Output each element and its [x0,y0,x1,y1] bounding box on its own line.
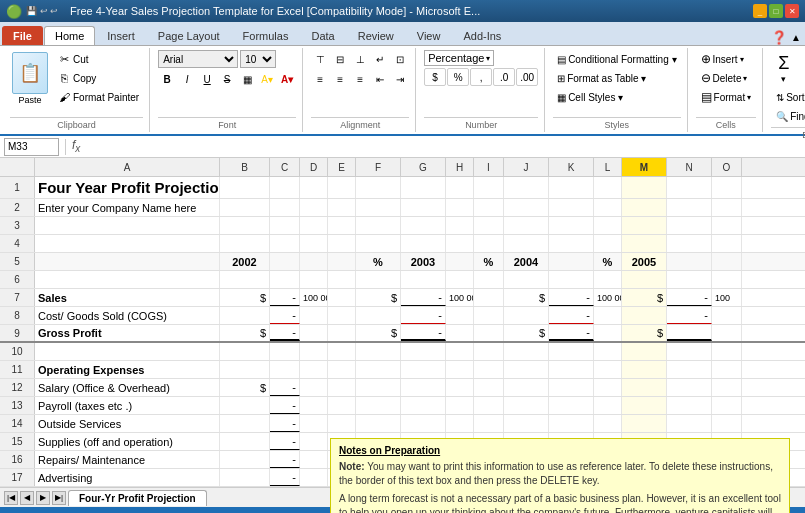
cell-A4[interactable] [35,235,220,252]
cell-B9[interactable]: $ [220,325,270,341]
tab-view[interactable]: View [406,26,452,45]
cell-H1[interactable] [446,177,474,198]
cell-N2[interactable] [667,199,712,216]
maximize-button[interactable]: □ [769,4,783,18]
paste-button[interactable]: 📋 Paste [10,50,50,107]
cell-F3[interactable] [356,217,401,234]
cell-B1[interactable] [220,177,270,198]
cell-N6[interactable] [667,271,712,288]
cell-J5[interactable]: 2004 [504,253,549,270]
tab-review[interactable]: Review [347,26,405,45]
cell-H11[interactable] [446,361,474,378]
cell-G9[interactable]: - [401,325,446,341]
cell-D3[interactable] [300,217,328,234]
cell-N4[interactable] [667,235,712,252]
cell-D1[interactable] [300,177,328,198]
cell-L9[interactable] [594,325,622,341]
cell-O5[interactable] [712,253,742,270]
cell-M11[interactable] [622,361,667,378]
cell-C12[interactable]: - [270,379,300,396]
merge-button[interactable]: ⊡ [391,50,409,68]
cell-N9[interactable] [667,325,712,341]
cell-O1[interactable] [712,177,742,198]
cell-F14[interactable] [356,415,401,432]
cell-I11[interactable] [474,361,504,378]
cell-M1[interactable] [622,177,667,198]
cell-O14[interactable] [712,415,742,432]
cell-A15[interactable]: Supplies (off and operation) [35,433,220,450]
cell-B5[interactable]: 2002 [220,253,270,270]
cell-A6[interactable] [35,271,220,288]
cell-C15[interactable]: - [270,433,300,450]
cell-D10[interactable] [300,343,328,360]
align-top-button[interactable]: ⊤ [311,50,329,68]
cell-E4[interactable] [328,235,356,252]
cell-L13[interactable] [594,397,622,414]
cell-E13[interactable] [328,397,356,414]
cell-M5[interactable]: 2005 [622,253,667,270]
format-painter-button[interactable]: 🖌 Format Painter [53,88,143,106]
format-button[interactable]: ▤ Format ▾ [696,88,757,106]
cell-styles-button[interactable]: ▦ Cell Styles ▾ [553,88,627,106]
cell-H3[interactable] [446,217,474,234]
cell-G2[interactable] [401,199,446,216]
cell-I9[interactable] [474,325,504,341]
cell-H8[interactable] [446,307,474,324]
cell-G3[interactable] [401,217,446,234]
cell-N12[interactable] [667,379,712,396]
cell-K10[interactable] [549,343,594,360]
cell-N8[interactable]: - [667,307,712,324]
cell-G7[interactable]: - [401,289,446,306]
cell-reference-box[interactable]: M33 [4,138,59,156]
cell-M4[interactable] [622,235,667,252]
cell-E14[interactable] [328,415,356,432]
cell-H14[interactable] [446,415,474,432]
decrease-decimal-button[interactable]: .0 [493,68,515,86]
tab-data[interactable]: Data [300,26,345,45]
sort-filter-button[interactable]: ⇅ Sort & Filter ▾ [771,88,805,106]
dollar-button[interactable]: $ [424,68,446,86]
cell-B14[interactable] [220,415,270,432]
cell-A9[interactable]: Gross Profit [35,325,220,341]
cell-O4[interactable] [712,235,742,252]
cell-I1[interactable] [474,177,504,198]
cell-O10[interactable] [712,343,742,360]
tab-home[interactable]: Home [44,26,95,45]
tab-scroll-next-button[interactable]: ▶ [36,491,50,505]
cell-N11[interactable] [667,361,712,378]
cell-O11[interactable] [712,361,742,378]
cell-B2[interactable] [220,199,270,216]
cell-N14[interactable] [667,415,712,432]
cell-I4[interactable] [474,235,504,252]
cell-E11[interactable] [328,361,356,378]
cell-C3[interactable] [270,217,300,234]
cell-J7[interactable]: $ [504,289,549,306]
cell-A11[interactable]: Operating Expenses [35,361,220,378]
cell-A13[interactable]: Payroll (taxes etc .) [35,397,220,414]
cell-K9[interactable]: - [549,325,594,341]
cell-F6[interactable] [356,271,401,288]
cell-L1[interactable] [594,177,622,198]
cell-C4[interactable] [270,235,300,252]
col-header-G[interactable]: G [401,158,446,176]
cell-K7[interactable]: - [549,289,594,306]
fill-color-button[interactable]: A▾ [258,70,276,88]
cell-E8[interactable] [328,307,356,324]
cell-E5[interactable] [328,253,356,270]
conditional-formatting-button[interactable]: ▤ Conditional Formatting ▾ [553,50,680,68]
cell-D6[interactable] [300,271,328,288]
insert-button[interactable]: ⊕ Insert ▾ [696,50,749,68]
col-header-O[interactable]: O [712,158,742,176]
cell-J12[interactable] [504,379,549,396]
col-header-B[interactable]: B [220,158,270,176]
autosum-button[interactable]: Σ ▾ [771,50,796,87]
cell-H12[interactable] [446,379,474,396]
cell-L8[interactable] [594,307,622,324]
cell-L4[interactable] [594,235,622,252]
col-header-E[interactable]: E [328,158,356,176]
window-controls[interactable]: _ □ ✕ [753,4,799,18]
cell-B6[interactable] [220,271,270,288]
col-header-A[interactable]: A [35,158,220,176]
cell-H9[interactable] [446,325,474,341]
align-bottom-button[interactable]: ⊥ [351,50,369,68]
